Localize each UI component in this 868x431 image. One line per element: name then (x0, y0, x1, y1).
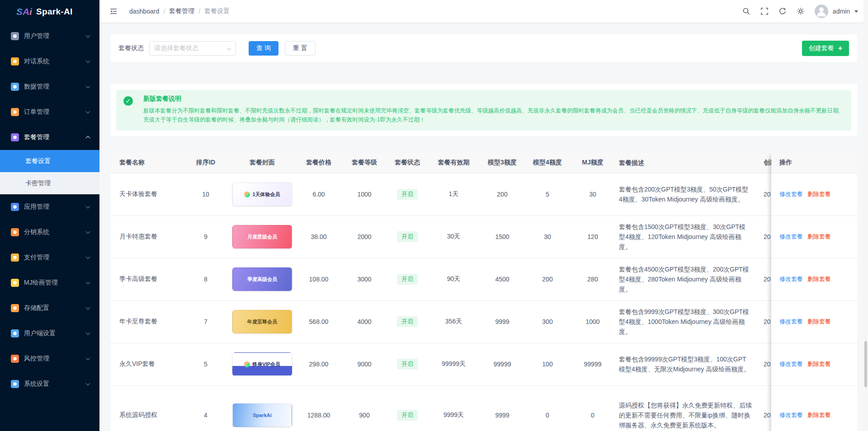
chevron-down-icon (86, 280, 90, 285)
table-cell: 9999天 (428, 386, 480, 431)
package-status-select[interactable]: 请选择套餐状态 (149, 41, 236, 56)
table-cell: 298.00 (296, 343, 342, 385)
table-cell: 120 (570, 216, 615, 258)
status-cell: 开启 (387, 173, 428, 216)
breadcrumb: dashboard / 套餐管理 / 套餐设置 (129, 7, 230, 15)
main-content: 套餐状态 请选择套餐状态 查 询 重 置 创建套餐 + ✓ 新版套餐说明 新版本… (99, 23, 868, 431)
table-row: 月卡特惠套餐9月度星级会员38.002000开启30天150030120套餐包含… (110, 216, 857, 258)
description-cell: 套餐包含4500次GPT模型3额度、200次GPT模型4额度、280Token … (615, 258, 760, 300)
package-cover-image: 年度至尊会员 (232, 310, 292, 333)
sidebar-item-client[interactable]: 用户端设置 (0, 321, 99, 346)
alert-description: 新版本套餐分为不限时套餐和限时套餐、不限时充值次数永不过期，限时套餐在规定时间未… (143, 106, 844, 125)
table-cell: 永久VIP套餐 (110, 343, 183, 385)
row-actions: 修改套餐删除套餐 (771, 258, 857, 301)
breadcrumb-dashboard[interactable]: dashboard (129, 8, 159, 15)
database-icon (11, 83, 19, 91)
modify-package-link[interactable]: 修改套餐 (779, 275, 803, 283)
username[interactable]: admin (833, 8, 850, 15)
refresh-icon[interactable] (778, 7, 787, 15)
delete-package-link[interactable]: 删除套餐 (807, 275, 831, 283)
chevron-down-icon (86, 381, 90, 386)
cover-label: 季度高级会员 (247, 276, 277, 283)
search-icon[interactable] (742, 7, 750, 15)
table-cell: 年卡至尊套餐 (110, 301, 183, 343)
chevron-down-icon (227, 46, 231, 51)
client-settings-icon (11, 329, 19, 337)
table-cell: 30 (525, 216, 570, 258)
table-row: 永久VIP套餐5终身VIP会员298.009000开启99999天9999910… (110, 343, 857, 386)
sidebar-item-system[interactable]: 系统设置 (0, 371, 99, 397)
sidebar-subitem-card-keys[interactable]: 卡密管理 (0, 172, 99, 194)
reset-button[interactable]: 重 置 (285, 41, 316, 56)
breadcrumb-package-management[interactable]: 套餐管理 (169, 7, 194, 15)
table-cell: 9999 (480, 386, 525, 431)
sidebar-item-label: 风控管理 (24, 355, 49, 363)
table-cell: 9999 (480, 301, 525, 343)
sidebar-item-data[interactable]: 数据管理 (0, 74, 99, 99)
modify-package-link[interactable]: 修改套餐 (779, 318, 803, 326)
users-icon (11, 32, 19, 40)
chevron-down-icon (86, 356, 90, 361)
vertical-scrollbar[interactable] (863, 0, 868, 431)
modify-package-link[interactable]: 修改套餐 (779, 190, 803, 198)
table-cell: 10 (183, 173, 229, 216)
table-header-cell: 套餐名称 (110, 153, 183, 173)
delete-package-link[interactable]: 删除套餐 (807, 360, 831, 368)
avatar[interactable] (815, 5, 828, 18)
collapse-sidebar-icon[interactable] (109, 7, 118, 15)
chevron-down-icon[interactable] (854, 10, 858, 13)
theme-icon[interactable] (797, 7, 805, 15)
table-cell: 3000 (342, 258, 387, 300)
breadcrumb-separator: / (163, 8, 165, 15)
delete-package-link[interactable]: 删除套餐 (807, 318, 831, 326)
alert-title: 新版套餐说明 (143, 95, 844, 103)
table-cell: 30 (570, 173, 615, 216)
app-root: SAi Spark-AI 用户管理对话系统数据管理订单管理套餐管理套餐设置卡密管… (0, 0, 868, 431)
package-cover-cell: 月度星级会员 (229, 216, 296, 258)
delete-package-link[interactable]: 删除套餐 (807, 233, 831, 241)
modify-package-link[interactable]: 修改套餐 (779, 360, 803, 368)
scrollbar-thumb[interactable] (864, 341, 867, 387)
sidebar-item-payment[interactable]: 支付管理 (0, 245, 99, 270)
sidebar-item-label: 数据管理 (24, 83, 49, 91)
sidebar-item-label: 应用管理 (24, 203, 49, 211)
search-button[interactable]: 查 询 (249, 41, 278, 56)
sidebar-item-mj[interactable]: MJ绘画管理 (0, 270, 99, 295)
table-cell: 1288.00 (296, 386, 342, 431)
description-cell: 套餐包含200次GPT模型3额度、50次GPT模型4额度、30Token Mid… (615, 173, 760, 216)
sidebar-item-risk[interactable]: 风控管理 (0, 346, 99, 371)
fullscreen-icon[interactable] (760, 7, 769, 15)
delete-package-link[interactable]: 删除套餐 (807, 190, 831, 198)
modify-package-link[interactable]: 修改套餐 (779, 411, 803, 419)
sidebar-item-apps[interactable]: 应用管理 (0, 194, 99, 220)
sidebar-item-label: 系统设置 (24, 380, 49, 388)
delete-package-link[interactable]: 删除套餐 (807, 411, 831, 419)
table-cell: 天卡体验套餐 (110, 173, 183, 216)
sidebar-submenu: 套餐设置卡密管理 (0, 150, 99, 194)
settings-icon (11, 380, 19, 388)
sidebar-subitem-package-settings[interactable]: 套餐设置 (0, 150, 99, 172)
status-cell: 开启 (387, 258, 428, 300)
cover-logo-icon (244, 192, 250, 197)
modify-package-link[interactable]: 修改套餐 (779, 233, 803, 241)
create-package-button[interactable]: 创建套餐 + (802, 41, 849, 56)
table-header-actions: 操作 (771, 153, 857, 173)
table-row: 天卡体验套餐101天体验会员6.001000开启1天200530套餐包含200次… (110, 173, 857, 216)
table-header-cell: 套餐描述 (615, 153, 760, 173)
sidebar-item-orders[interactable]: 订单管理 (0, 99, 99, 125)
table-row: 季卡高级套餐8季度高级会员108.003000开启90天4500200280套餐… (110, 258, 857, 301)
table-cell: 38.00 (296, 216, 342, 258)
table-cell: 1500 (480, 216, 525, 258)
sidebar-item-distribution[interactable]: 分销系统 (0, 220, 99, 245)
table-cell: 200 (480, 173, 525, 216)
status-cell: 开启 (387, 386, 428, 431)
sidebar-item-chat[interactable]: 对话系统 (0, 49, 99, 74)
sidebar: SAi Spark-AI 用户管理对话系统数据管理订单管理套餐管理套餐设置卡密管… (0, 0, 99, 431)
table-cell: 900 (342, 386, 387, 431)
status-badge: 开启 (397, 189, 418, 200)
table-cell: 99999 (480, 343, 525, 385)
sidebar-item-users[interactable]: 用户管理 (0, 23, 99, 49)
table-cell: 季卡高级套餐 (110, 258, 183, 300)
sidebar-item-packages[interactable]: 套餐管理 (0, 125, 99, 150)
sidebar-item-storage[interactable]: 存储配置 (0, 295, 99, 321)
